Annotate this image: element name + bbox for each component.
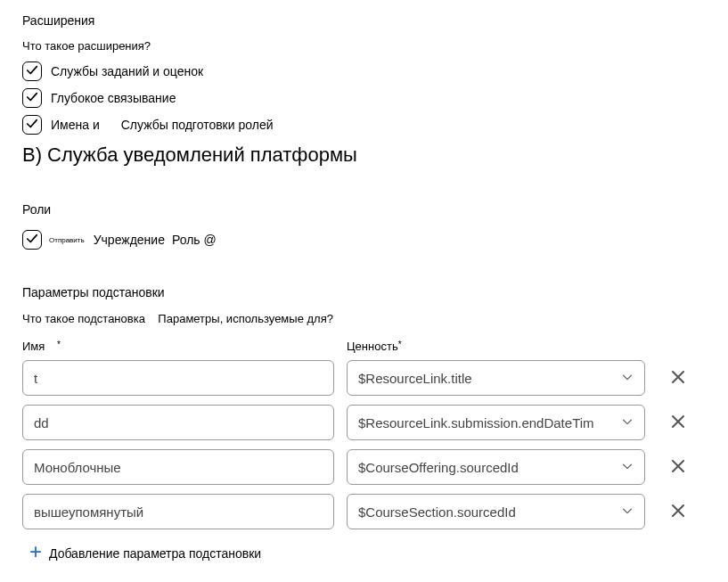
add-substitution-button[interactable]: Добавление параметра подстановки xyxy=(29,545,706,561)
param-row: $CourseOffering.sourcedId xyxy=(22,449,706,485)
param-name-input[interactable] xyxy=(22,494,334,529)
close-icon xyxy=(669,368,687,389)
chevron-down-icon xyxy=(621,460,634,475)
select-text: $ResourceLink.submission.endDateTim xyxy=(358,415,594,430)
heading-notifications: B) Служба уведомлений платформы xyxy=(22,143,706,167)
param-value-select[interactable]: $CourseOffering.sourcedId xyxy=(347,449,645,485)
roles-title: Роли xyxy=(22,202,706,217)
check-icon xyxy=(26,233,38,248)
extensions-question[interactable]: Что такое расширения? xyxy=(22,39,151,53)
col-value-text: Ценность xyxy=(347,340,398,353)
select-text: $CourseOffering.sourcedId xyxy=(358,460,519,475)
close-icon xyxy=(669,413,687,433)
substitution-title: Параметры подстановки xyxy=(22,285,706,299)
extensions-section: Расширения Что такое расширения? Службы … xyxy=(22,13,706,135)
col-name-header: Имя * xyxy=(22,340,334,353)
extension-item-1: Глубокое связывание xyxy=(22,88,706,108)
columns-header: Имя * Ценность* xyxy=(22,340,706,353)
param-name-input[interactable] xyxy=(22,405,334,440)
check-icon xyxy=(26,91,38,106)
add-substitution-label: Добавление параметра подстановки xyxy=(49,546,261,561)
extensions-title: Расширения xyxy=(22,13,706,28)
check-icon xyxy=(26,64,38,79)
close-icon xyxy=(669,457,687,478)
role-institution: Учреждение xyxy=(94,233,165,247)
param-value-select[interactable]: $CourseSection.sourcedId xyxy=(347,494,645,529)
col-value-header: Ценность* xyxy=(347,340,645,353)
param-row: $ResourceLink.submission.endDateTim xyxy=(22,405,706,440)
extension-label-part1: Имена и xyxy=(51,118,100,132)
roles-section: Роли Отправить Учреждение Роль @ xyxy=(22,202,706,250)
checkbox-role[interactable] xyxy=(22,230,42,250)
extension-label: Службы заданий и оценок xyxy=(51,64,203,78)
question-part2: Параметры, используемые для? xyxy=(158,312,333,325)
chevron-down-icon xyxy=(621,504,634,520)
roles-row: Отправить Учреждение Роль @ xyxy=(22,230,706,250)
question-part1: Что такое подстановка xyxy=(22,312,145,325)
check-icon xyxy=(26,118,38,133)
checkbox-assignments[interactable] xyxy=(22,61,42,81)
chevron-down-icon xyxy=(621,371,634,386)
role-at: Роль @ xyxy=(172,233,217,247)
checkbox-names-roles[interactable] xyxy=(22,115,42,135)
substitution-section: Параметры подстановки Что такое подстано… xyxy=(22,285,706,561)
select-text: $ResourceLink.title xyxy=(358,371,472,386)
substitution-question[interactable]: Что такое подстановка Параметры, использ… xyxy=(22,312,706,325)
close-icon xyxy=(669,502,687,522)
asterisk-icon: * xyxy=(398,340,402,349)
param-value-select[interactable]: $ResourceLink.submission.endDateTim xyxy=(347,405,645,440)
param-value-select[interactable]: $ResourceLink.title xyxy=(347,360,645,396)
plus-icon xyxy=(29,545,42,561)
remove-row-button[interactable] xyxy=(665,409,691,436)
checkbox-deeplink[interactable] xyxy=(22,88,42,108)
remove-row-button[interactable] xyxy=(665,498,691,525)
extension-label: Глубокое связывание xyxy=(51,91,176,105)
param-row: $CourseSection.sourcedId xyxy=(22,494,706,529)
col-name-text: Имя xyxy=(22,340,45,353)
extension-item-2: Имена и Службы подготовки ролей xyxy=(22,115,706,135)
asterisk-icon: * xyxy=(57,340,61,349)
remove-row-button[interactable] xyxy=(665,365,691,391)
remove-row-button[interactable] xyxy=(665,454,691,480)
select-text: $CourseSection.sourcedId xyxy=(358,504,516,520)
extension-label-part2: Службы подготовки ролей xyxy=(121,118,274,132)
chevron-down-icon xyxy=(621,415,634,430)
param-row: $ResourceLink.title xyxy=(22,360,706,396)
extension-item-0: Службы заданий и оценок xyxy=(22,61,706,81)
param-name-input[interactable] xyxy=(22,449,334,485)
role-small-label: Отправить xyxy=(49,236,85,244)
param-name-input[interactable] xyxy=(22,360,334,396)
